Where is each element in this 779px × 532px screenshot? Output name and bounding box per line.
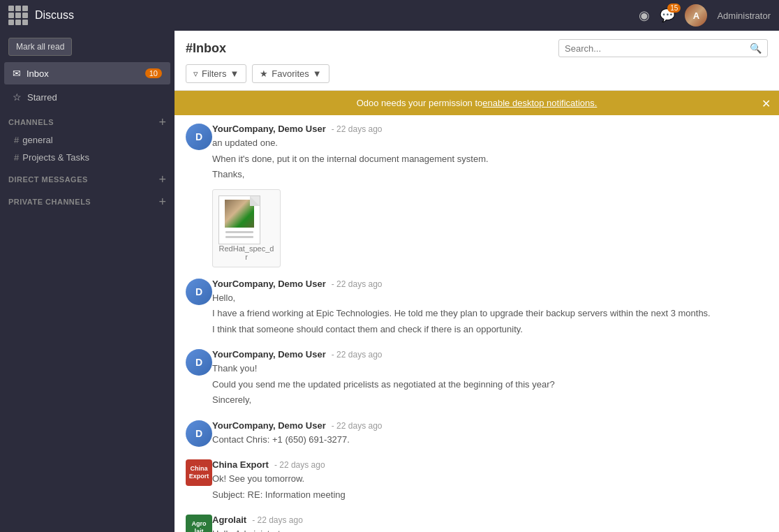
message-body: Hello Administrator, [212, 527, 768, 532]
favorites-label: Favorites [272, 68, 309, 79]
doc-preview-icon [218, 195, 260, 244]
apps-grid-icon[interactable] [8, 6, 28, 25]
page-title: #Inbox [186, 41, 551, 56]
main-content: #Inbox 🔍 ▿ Filters ▼ ★ Favorites ▼ [175, 31, 779, 532]
clock-icon[interactable]: ◉ [639, 8, 650, 23]
message-body: an updated one. When it's done, put it o… [212, 136, 768, 182]
message-item: D YourCompany, Demo User - 22 days ago H… [186, 279, 768, 339]
inbox-badge: 10 [145, 68, 162, 78]
channel-general-label: general [22, 135, 52, 145]
message-body: Contact Chris: +1 (650) 691-3277. [212, 433, 768, 447]
message-time: - 22 days ago [332, 421, 383, 431]
message-sender: YourCompany, Demo User [212, 349, 326, 360]
message-item: D YourCompany, Demo User - 22 days ago C… [186, 420, 768, 449]
star-icon: ☆ [13, 91, 22, 103]
search-box: 🔍 [558, 39, 768, 57]
message-body: Ok! See you tomorrow. Subject: RE: Infor… [212, 472, 768, 501]
message-body: Hello, I have a friend working at Epic T… [212, 291, 768, 337]
favorites-button[interactable]: ★ Favorites ▼ [252, 64, 329, 83]
star-favorites-icon: ★ [260, 68, 268, 79]
filter-icon: ▿ [193, 68, 198, 79]
messaging-icon[interactable]: 💬 15 [660, 8, 675, 23]
message-time: - 22 days ago [274, 460, 325, 470]
message-sender: Agrolait [212, 515, 246, 525]
message-content: China Export - 22 days ago Ok! See you t… [212, 459, 768, 503]
message-sender: YourCompany, Demo User [212, 124, 326, 134]
private-channels-section-header: PRIVATE CHANNELS + [0, 189, 175, 211]
message-content: Agrolait - 22 days ago Hello Administrat… [212, 515, 768, 532]
search-input[interactable] [565, 43, 750, 54]
message-item: D YourCompany, Demo User - 22 days ago T… [186, 349, 768, 409]
avatar: D [186, 420, 212, 447]
content-header: #Inbox 🔍 ▿ Filters ▼ ★ Favorites ▼ [175, 31, 779, 91]
avatar: Agrolait [186, 515, 212, 532]
hash-icon-2: # [14, 152, 19, 163]
avatar: ChinaExport [186, 459, 212, 486]
channels-section-label: CHANNELS [8, 118, 158, 126]
filters-chevron: ▼ [230, 68, 239, 79]
message-content: YourCompany, Demo User - 22 days ago Tha… [212, 349, 768, 409]
sidebar-inbox-label: Inbox [27, 68, 145, 79]
enable-notifications-link[interactable]: enable desktop notifications. [482, 98, 597, 108]
message-time: - 22 days ago [332, 124, 383, 134]
private-channels-label: PRIVATE CHANNELS [8, 198, 158, 206]
inbox-icon: ✉ [13, 68, 21, 79]
close-banner-button[interactable]: ✕ [762, 96, 771, 110]
messages-area: D YourCompany, Demo User - 22 days ago a… [175, 115, 779, 532]
filters-label: Filters [202, 68, 226, 79]
doc-image-preview [225, 200, 254, 228]
channel-projects-label: Projects & Tasks [22, 152, 89, 163]
message-sender: YourCompany, Demo User [212, 279, 326, 289]
hash-icon: # [14, 135, 19, 145]
app-title: Discuss [35, 9, 639, 22]
message-item: D YourCompany, Demo User - 22 days ago a… [186, 124, 768, 267]
channels-section-header: CHANNELS + [0, 109, 175, 131]
message-content: YourCompany, Demo User - 22 days ago Con… [212, 420, 768, 449]
message-time: - 22 days ago [252, 515, 303, 525]
favorites-chevron: ▼ [313, 68, 322, 79]
admin-label: Administrator [717, 10, 771, 21]
avatar: D [186, 349, 212, 376]
avatar: D [186, 124, 212, 150]
search-icon[interactable]: 🔍 [750, 43, 762, 54]
message-body: Thank you! Could you send me the updated… [212, 362, 768, 407]
avatar: D [186, 279, 212, 305]
message-content: YourCompany, Demo User - 22 days ago an … [212, 124, 768, 267]
sidebar-channel-projects-tasks[interactable]: # Projects & Tasks [0, 149, 175, 166]
message-content: YourCompany, Demo User - 22 days ago Hel… [212, 279, 768, 339]
add-private-channel-button[interactable]: + [158, 195, 166, 208]
attachment[interactable]: RedHat_spec_dr [212, 189, 281, 267]
banner-text: Odoo needs your permission to [357, 98, 483, 108]
message-sender: China Export [212, 459, 269, 470]
add-channel-button[interactable]: + [158, 116, 166, 128]
direct-messages-section-header: DIRECT MESSAGES + [0, 166, 175, 189]
add-direct-message-button[interactable]: + [158, 173, 166, 186]
message-time: - 22 days ago [332, 350, 383, 360]
filters-button[interactable]: ▿ Filters ▼ [186, 64, 246, 83]
message-badge: 15 [667, 3, 681, 13]
direct-messages-label: DIRECT MESSAGES [8, 175, 158, 184]
attachment-name: RedHat_spec_dr [218, 244, 274, 261]
sidebar-channel-general[interactable]: # general [0, 131, 175, 149]
notification-banner: Odoo needs your permission to enable des… [175, 91, 779, 115]
toolbar: ▿ Filters ▼ ★ Favorites ▼ [186, 64, 768, 83]
sidebar: Mark all read ✉ Inbox 10 ☆ Starred CHANN… [0, 31, 175, 532]
avatar[interactable]: A [685, 4, 707, 27]
message-item: Agrolait Agrolait - 22 days ago Hello Ad… [186, 515, 768, 532]
sidebar-item-starred[interactable]: ☆ Starred [4, 86, 170, 108]
mark-all-read-button[interactable]: Mark all read [8, 38, 72, 56]
message-time: - 22 days ago [332, 279, 383, 289]
message-item: ChinaExport China Export - 22 days ago O… [186, 459, 768, 503]
sidebar-item-inbox[interactable]: ✉ Inbox 10 [4, 62, 170, 84]
sidebar-starred-label: Starred [27, 92, 162, 103]
top-navigation: Discuss ◉ 💬 15 A Administrator [0, 0, 779, 31]
message-sender: YourCompany, Demo User [212, 420, 326, 431]
